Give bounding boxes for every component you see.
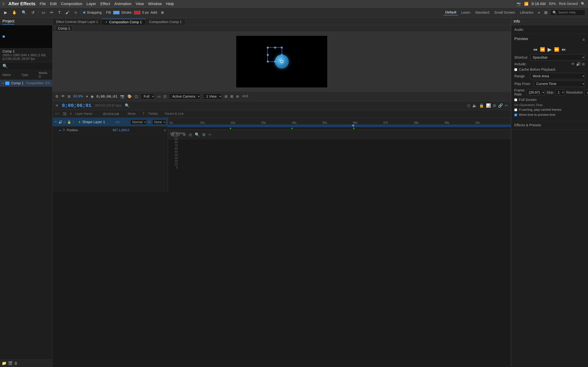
preview-play-btn[interactable]: ▶ xyxy=(547,46,552,52)
workspace-more[interactable]: » xyxy=(537,10,541,16)
tool-brush[interactable]: 🖌 xyxy=(64,10,71,16)
lock-icon[interactable]: 🔓 xyxy=(67,120,71,124)
search-help-box[interactable]: 🔍 Search Help xyxy=(550,10,585,16)
workspace-libraries[interactable]: Libraries xyxy=(518,10,535,15)
view-options-btn[interactable]: ◉ xyxy=(91,94,94,99)
view-switch-btn[interactable]: ⊡ xyxy=(163,94,167,99)
layer-name-1[interactable]: Shape Layer 1 xyxy=(82,120,105,124)
color-btn[interactable]: 🎨 xyxy=(127,94,132,99)
view-count-select[interactable]: 1 View xyxy=(203,93,222,99)
layer-parent-select[interactable]: None xyxy=(152,120,166,125)
shape-container[interactable] xyxy=(275,55,289,69)
menu-help[interactable]: Help xyxy=(166,1,174,6)
include-overflow-btn[interactable]: ⊞ xyxy=(582,62,585,66)
skip-select[interactable]: 1 xyxy=(555,89,564,95)
menu-view[interactable]: View xyxy=(136,1,144,6)
new-folder-btn[interactable]: 📁 xyxy=(2,361,7,366)
timeline-time-display[interactable]: 0;00;06;01 xyxy=(62,103,91,108)
snapping-checkbox[interactable] xyxy=(83,11,85,14)
handle-ml[interactable] xyxy=(267,54,269,56)
magnification-display[interactable]: 63.9% xyxy=(73,94,83,98)
project-item-comp1[interactable]: ▪ Comp 1 Composition 0:0 xyxy=(0,80,52,87)
tool-shape[interactable]: ▭ xyxy=(40,10,47,16)
workspace-learn[interactable]: Learn xyxy=(460,10,472,15)
close-tab-icon[interactable]: ✕ xyxy=(105,20,108,24)
timeline-options-btn[interactable]: ⊹ xyxy=(208,133,211,137)
render-btn[interactable]: ▭ xyxy=(157,94,161,99)
cam-view-btn[interactable]: ⊞ xyxy=(225,94,227,99)
range-select[interactable]: Work Area xyxy=(530,73,585,79)
timeline-solo-btn[interactable]: ◷ xyxy=(467,103,470,108)
tool-zoom[interactable]: 🔍 xyxy=(20,10,28,16)
tool-select[interactable]: ▶ xyxy=(3,10,8,16)
tool-puppet[interactable]: ⊹ xyxy=(73,10,79,16)
workspace-standard[interactable]: Standard xyxy=(473,10,491,15)
handle-tr[interactable] xyxy=(281,47,283,49)
timeline-track-area[interactable]: 0s 01s 02s 03s 04s 05s 06s 07s 08s 09s 1… xyxy=(168,118,511,192)
comp-canvas[interactable] xyxy=(236,36,327,87)
tool-rotate[interactable]: ↺ xyxy=(30,10,36,16)
workspace-default[interactable]: Default xyxy=(444,10,458,15)
resolution-select[interactable]: Auto xyxy=(585,89,588,95)
include-audio-btn[interactable]: 🔊 xyxy=(576,62,580,66)
new-comp-btn[interactable]: 🎬 xyxy=(8,361,13,366)
timeline-switch-btn[interactable]: ⊞ xyxy=(493,103,496,108)
col-type[interactable]: Type xyxy=(21,73,28,77)
tool-text[interactable]: T xyxy=(57,10,62,16)
menu-file[interactable]: File xyxy=(40,1,46,6)
draft-btn[interactable]: ⊛ xyxy=(236,94,239,99)
snapshot-btn[interactable]: 📷 xyxy=(120,94,125,99)
menu-animation[interactable]: Animation xyxy=(114,1,131,6)
timeline-close-btn[interactable]: ✕ xyxy=(55,103,59,108)
search-icon[interactable]: 🔍 xyxy=(581,2,585,6)
shape-circle[interactable] xyxy=(275,55,289,69)
delete-btn[interactable]: 🗑 xyxy=(14,361,18,366)
shortcut-select[interactable]: Spacebar xyxy=(530,54,585,60)
handle-bl[interactable] xyxy=(267,61,269,62)
menu-layer[interactable]: Layer xyxy=(86,1,96,6)
playfrom-select[interactable]: Current Time xyxy=(534,81,585,87)
tab-comp1[interactable]: ✕ Composition Comp 1 xyxy=(102,19,146,25)
timeline-chart-btn[interactable]: 📊 xyxy=(486,103,491,108)
layer-mode-select[interactable]: Normal xyxy=(130,120,147,125)
timeline-marker-btn[interactable]: ◎ xyxy=(189,133,192,137)
video-icon[interactable]: 👁 xyxy=(54,120,57,124)
project-search[interactable]: 🔍 xyxy=(0,62,52,70)
timeline-search-icon[interactable]: 🔍 xyxy=(125,103,129,108)
resolution-select[interactable]: Full xyxy=(141,93,154,99)
audio-icon[interactable]: 🔊 xyxy=(59,120,62,124)
preview-next-btn[interactable]: ⏩ xyxy=(554,47,559,52)
tool-pen[interactable]: ✏ xyxy=(49,10,55,16)
stroke-swatch[interactable] xyxy=(134,11,140,14)
layer-row-1[interactable]: 👁 🔊 ◎ 🔓 1 ★ Shape Layer 1 ⊞⊡ Normal ⊙ xyxy=(52,118,168,126)
preview-first-btn[interactable]: ⏮ xyxy=(533,47,538,52)
col-media[interactable]: Media D xyxy=(39,71,50,79)
handle-tl[interactable] xyxy=(267,47,269,49)
tab-project[interactable]: Project xyxy=(2,18,14,25)
timeline-mute-btn[interactable]: 🔈 xyxy=(472,103,477,108)
comp-settings-btn[interactable]: ⚙ xyxy=(55,94,59,99)
timeline-lock-btn[interactable]: 🔒 xyxy=(479,103,484,108)
timeline-fit-btn[interactable]: ⊠ xyxy=(202,133,205,137)
tool-hand[interactable]: ✋ xyxy=(11,10,18,16)
include-video-btn[interactable]: 👁 xyxy=(571,62,575,66)
comp-time-display[interactable]: 0;00;06;01 xyxy=(96,94,118,99)
cache-checkbox[interactable] xyxy=(514,68,517,71)
comp-view-btn[interactable]: 👁 xyxy=(61,94,65,98)
fill-swatch[interactable] xyxy=(113,11,119,14)
3d-btn[interactable]: ⊠ xyxy=(230,94,233,99)
property-value[interactable]: 967.1,693.0 xyxy=(112,128,129,132)
workspace-small[interactable]: Small Screen xyxy=(492,10,517,15)
preview-last-btn[interactable]: ⏭ xyxy=(562,47,566,52)
timeline-link-btn[interactable]: 🔗 xyxy=(498,103,503,108)
timeline-trim-btn[interactable]: ✂ xyxy=(505,103,508,108)
transparency-btn[interactable]: ◫ xyxy=(134,94,138,99)
playhead[interactable] xyxy=(353,125,353,127)
project-search-input[interactable] xyxy=(8,64,50,68)
comp-grid-btn[interactable]: ⊞ xyxy=(67,94,70,99)
timeline-zoom-in-btn[interactable]: 🔍 xyxy=(195,133,200,137)
col-name[interactable]: Name xyxy=(2,73,11,77)
comp-label-tag[interactable]: Comp 1 xyxy=(55,25,73,31)
fullscreen-checkbox[interactable] xyxy=(514,99,517,101)
menu-composition[interactable]: Composition xyxy=(61,1,82,6)
